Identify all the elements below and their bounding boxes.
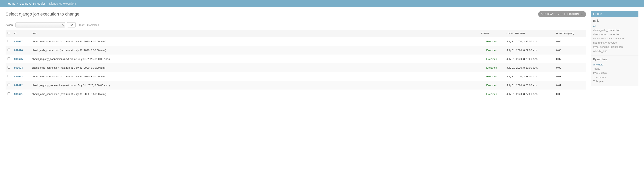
filter-id-item: get_registry_records — [593, 41, 636, 45]
filter-panel: FILTER By id Allcheck_mds_connectionchec… — [591, 11, 638, 86]
col-header-id[interactable]: ID — [12, 30, 30, 37]
row-id-link[interactable]: 899627 — [14, 40, 23, 43]
filter-by-id: By id Allcheck_mds_connectioncheck_oms_c… — [591, 17, 638, 56]
filter-runtime-link[interactable]: Today — [593, 67, 600, 70]
row-job: check_mds_connection (next run at: July … — [30, 72, 479, 81]
row-checkbox[interactable] — [8, 75, 10, 77]
row-job: check_mds_connection (next run at: July … — [30, 46, 479, 55]
filter-id-link[interactable]: check_mds_connection — [593, 29, 620, 32]
breadcrumb-app[interactable]: Django APScheduler — [20, 2, 45, 5]
row-duration: 0.07 — [554, 55, 586, 63]
table-row: 899624check_oms_connection (next run at:… — [6, 63, 586, 72]
breadcrumb-sep: › — [17, 2, 18, 5]
filter-header: FILTER — [591, 11, 638, 17]
filter-runtime-link[interactable]: Past 7 days — [593, 71, 607, 74]
col-header-runtime[interactable]: LOCAL RUN TIME — [504, 30, 554, 37]
filter-id-link[interactable]: weekly_jobs — [593, 50, 607, 53]
row-status: Executed — [486, 75, 497, 78]
col-header-status[interactable]: STATUS — [479, 30, 504, 37]
filter-id-item: sync_pending_clients_job — [593, 45, 636, 49]
row-id-link[interactable]: 899622 — [14, 84, 23, 87]
row-id-link[interactable]: 899625 — [14, 58, 23, 61]
table-row: 899626check_mds_connection (next run at:… — [6, 46, 586, 55]
row-id-link[interactable]: 899626 — [14, 49, 23, 52]
add-job-execution-button[interactable]: ADD DJANGO JOB EXECUTION — [538, 11, 586, 17]
page-title: Select django job execution to change — [6, 12, 80, 17]
row-checkbox[interactable] — [8, 40, 10, 42]
row-checkbox[interactable] — [8, 57, 10, 60]
col-header-duration[interactable]: DURATION (SEC) — [554, 30, 586, 37]
row-duration: 0.07 — [554, 81, 586, 90]
select-all-checkbox[interactable] — [8, 32, 10, 35]
filter-id-item: check_mds_connection — [593, 28, 636, 32]
row-id-link[interactable]: 899624 — [14, 66, 23, 69]
results-table: ID JOB STATUS LOCAL RUN TIME DURATION (S… — [6, 30, 586, 98]
row-status: Executed — [486, 66, 497, 69]
table-row: 899622check_registry_connection (next ru… — [6, 81, 586, 90]
row-job: check_registry_connection (next run at: … — [30, 55, 479, 63]
row-job: check_oms_connection (next run at: July … — [30, 37, 479, 46]
row-status: Executed — [486, 93, 497, 96]
row-status: Executed — [486, 84, 497, 87]
row-runtime: July 31, 2020, 8:29:00 a.m. — [504, 55, 554, 63]
filter-runtime-item: Any date — [593, 63, 636, 67]
row-duration: 0.09 — [554, 37, 586, 46]
row-runtime: July 31, 2020, 8:27:00 a.m. — [504, 90, 554, 98]
row-id-link[interactable]: 899623 — [14, 75, 23, 78]
filter-id-item: check_registry_connection — [593, 36, 636, 41]
row-checkbox[interactable] — [8, 92, 10, 95]
filter-runtime-link[interactable]: This month — [593, 76, 606, 79]
action-select[interactable]: --------- — [16, 22, 65, 28]
filter-id-item: All — [593, 24, 636, 28]
selection-counter: 0 of 100 selected — [79, 24, 99, 27]
action-label: Action: — [6, 24, 14, 27]
filter-runtime-link[interactable]: Any date — [593, 63, 603, 66]
table-row: 899621check_oms_connection (next run at:… — [6, 90, 586, 98]
filter-id-item: weekly_jobs — [593, 49, 636, 53]
row-job: check_oms_connection (next run at: July … — [30, 90, 479, 98]
filter-by-id-title: By id — [593, 19, 636, 22]
row-id-link[interactable]: 899621 — [14, 93, 23, 96]
table-row: 899623check_mds_connection (next run at:… — [6, 72, 586, 81]
row-duration: 0.09 — [554, 63, 586, 72]
row-checkbox[interactable] — [8, 49, 10, 51]
filter-runtime-item: This month — [593, 75, 636, 79]
row-runtime: July 31, 2020, 8:29:00 a.m. — [504, 37, 554, 46]
breadcrumb-home[interactable]: Home — [8, 2, 15, 5]
filter-runtime-link[interactable]: This year — [593, 80, 604, 83]
row-job: check_registry_connection (next run at: … — [30, 81, 479, 90]
filter-id-link[interactable]: check_registry_connection — [593, 37, 624, 40]
filter-runtime-item: Past 7 days — [593, 71, 636, 75]
col-header-job[interactable]: JOB — [30, 30, 479, 37]
filter-runtime-item: Today — [593, 67, 636, 71]
filter-by-runtime-title: By run time — [593, 58, 636, 61]
filter-id-link[interactable]: get_registry_records — [593, 41, 617, 44]
table-row: 899627check_oms_connection (next run at:… — [6, 37, 586, 46]
row-duration: 0.08 — [554, 90, 586, 98]
filter-id-link[interactable]: All — [593, 25, 596, 28]
row-runtime: July 31, 2020, 8:28:00 a.m. — [504, 81, 554, 90]
filter-id-link[interactable]: sync_pending_clients_job — [593, 45, 623, 48]
row-runtime: July 31, 2020, 8:29:00 a.m. — [504, 46, 554, 55]
row-runtime: July 31, 2020, 8:28:00 a.m. — [504, 63, 554, 72]
row-status: Executed — [486, 49, 497, 52]
add-button-label: ADD DJANGO JOB EXECUTION — [541, 13, 579, 16]
row-duration: 0.08 — [554, 72, 586, 81]
row-status: Executed — [486, 58, 497, 61]
filter-by-runtime: By run time Any dateTodayPast 7 daysThis… — [591, 56, 638, 86]
plus-icon — [580, 13, 583, 16]
breadcrumb-current: Django job executions — [49, 2, 76, 5]
filter-id-link[interactable]: check_oms_connection — [593, 33, 620, 36]
filter-runtime-item: This year — [593, 79, 636, 83]
row-job: check_oms_connection (next run at: July … — [30, 63, 479, 72]
go-button[interactable]: Go — [67, 22, 76, 28]
row-runtime: July 31, 2020, 8:28:00 a.m. — [504, 72, 554, 81]
filter-id-item: check_oms_connection — [593, 32, 636, 36]
row-checkbox[interactable] — [8, 84, 10, 86]
breadcrumb: Home › Django APScheduler › Django job e… — [0, 0, 644, 7]
row-status: Executed — [486, 40, 497, 43]
table-row: 899625check_registry_connection (next ru… — [6, 55, 586, 63]
row-duration: 0.08 — [554, 46, 586, 55]
breadcrumb-sep: › — [47, 2, 48, 5]
row-checkbox[interactable] — [8, 66, 10, 69]
